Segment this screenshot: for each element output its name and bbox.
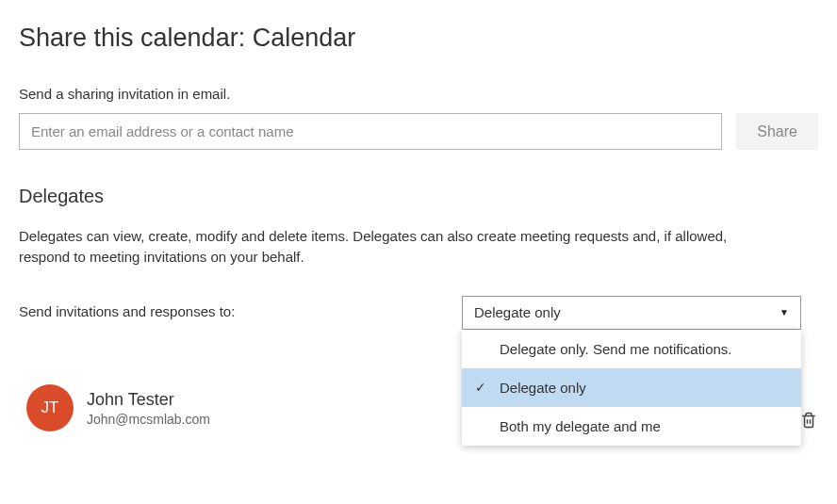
invitations-dropdown[interactable]: Delegate only ▼ Delegate only. Send me n… (462, 296, 801, 330)
page-title: Share this calendar: Calendar (19, 24, 818, 53)
user-info: John Tester John@mcsmlab.com (87, 390, 210, 427)
invitations-label: Send invitations and responses to: (19, 296, 452, 319)
dropdown-option-label: Both my delegate and me (500, 418, 661, 434)
share-subtitle: Send a sharing invitation in email. (19, 86, 818, 102)
dropdown-option[interactable]: ✓ Delegate only (462, 368, 801, 407)
share-row: Share (19, 113, 818, 150)
dropdown-option[interactable]: Both my delegate and me (462, 407, 801, 446)
dropdown-option-label: Delegate only. Send me notifications. (500, 341, 732, 357)
avatar-initials: JT (41, 398, 59, 417)
dropdown-option-label: Delegate only (500, 380, 586, 396)
user-name: John Tester (87, 390, 210, 410)
delegates-title: Delegates (19, 186, 818, 207)
email-input[interactable] (19, 113, 722, 150)
chevron-down-icon: ▼ (780, 307, 789, 317)
dropdown-selected-label: Delegate only (474, 304, 561, 320)
dropdown-selected[interactable]: Delegate only ▼ (462, 296, 801, 330)
dropdown-option[interactable]: Delegate only. Send me notifications. (462, 330, 801, 368)
user-email: John@mcsmlab.com (87, 412, 210, 427)
check-icon: ✓ (475, 380, 486, 395)
trash-icon[interactable] (800, 411, 817, 433)
share-button[interactable]: Share (736, 113, 818, 150)
delegate-row: JT John Tester John@mcsmlab.com (26, 384, 210, 431)
invitations-row: Send invitations and responses to: Deleg… (19, 296, 818, 330)
dropdown-options: Delegate only. Send me notifications. ✓ … (462, 330, 801, 446)
delegates-description: Delegates can view, create, modify and d… (19, 226, 754, 268)
avatar: JT (26, 384, 74, 431)
